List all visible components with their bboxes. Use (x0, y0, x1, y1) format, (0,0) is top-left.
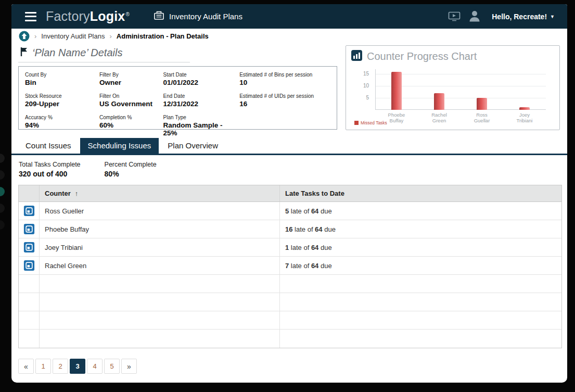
counter-icon-cell (19, 202, 40, 220)
counter-icon[interactable] (23, 242, 35, 253)
detail-field-label: Estimated # of UIDs per session (239, 93, 330, 99)
percent-complete-block: Percent Complete 80% (105, 161, 157, 178)
chart-y-axis: 51015 (351, 69, 372, 110)
empty-name-cell (40, 275, 280, 293)
late-count: 1 (285, 244, 289, 251)
empty-name-cell (40, 311, 280, 329)
counter-icon-cell (19, 220, 40, 238)
tab-bar: Count IssuesScheduling IssuesPlan Overvi… (11, 138, 567, 155)
chart-bar-slot (503, 69, 546, 110)
table-header-counter[interactable]: Counter ↑ (40, 185, 280, 201)
due-count: 64 (311, 262, 318, 270)
counter-name-cell: Ross Gueller (40, 202, 280, 220)
table-header-late-tasks[interactable]: Late Tasks to Date (280, 185, 561, 201)
y-axis-tick: 5 (351, 95, 369, 100)
pager-page-1[interactable]: 1 (35, 359, 51, 374)
late-count: 7 (285, 262, 289, 270)
detail-field-label: Stock Resource (25, 93, 95, 99)
percent-complete-value: 80% (105, 170, 157, 178)
chart-legend: Missed Tasks (354, 120, 387, 125)
background-dot (0, 204, 5, 213)
detail-field-estimated-of-bins-per-session: Estimated # of Bins per session10 (239, 72, 330, 86)
detail-field-end-date: End Date12/31/2022 (163, 93, 236, 108)
topbar-actions: Hello, Recreate! ▼ (448, 9, 558, 24)
late-tasks-column-label: Late Tasks to Date (285, 189, 344, 197)
counter-icon[interactable] (23, 205, 35, 217)
plan-details-panel: ‘Plan Name’ Details Count ByBinFilter By… (18, 45, 337, 130)
table-row-rachel-green: Rachel Green7 late of 64 due (19, 257, 561, 275)
pager-page-2[interactable]: 2 (53, 359, 68, 374)
pager-last-button[interactable]: » (121, 359, 137, 374)
detail-field-label: Filter By (99, 72, 159, 78)
table-row-empty (19, 311, 561, 330)
user-menu-button[interactable]: Hello, Recreate! ▼ (489, 12, 558, 21)
detail-field-count-by: Count ByBin (25, 72, 95, 86)
total-tasks-complete-value: 320 out of 400 (19, 170, 81, 178)
plan-details-heading: ‘Plan Name’ Details (18, 45, 190, 62)
detail-field-label: Plan Type (163, 115, 236, 120)
tab-plan-overview[interactable]: Plan Overview (160, 138, 226, 154)
late-count: 5 (285, 207, 289, 215)
total-tasks-complete-label: Total Tasks Complete (19, 161, 81, 168)
pager-page-5[interactable]: 5 (104, 359, 120, 374)
monitor-share-icon[interactable] (448, 11, 461, 21)
breadcrumb-item-inventory-audit-plans[interactable]: Inventory Audit Plans (41, 32, 105, 40)
detail-field-value: 16 (239, 100, 330, 108)
plan-details-title: ‘Plan Name’ Details (32, 47, 122, 59)
detail-field-value: Random Sample - 25% (163, 121, 236, 137)
tab-count-issues[interactable]: Count Issues (18, 138, 79, 154)
detail-field-value: Bin (25, 79, 95, 86)
page-title-group: Inventory Audit Plans (154, 10, 242, 22)
chart-bar-slot (418, 69, 461, 110)
counter-icon[interactable] (23, 260, 35, 271)
detail-field-filter-on: Filter OnUS Government (99, 93, 159, 108)
legend-swatch-missed-tasks (354, 121, 359, 125)
empty-name-cell (40, 293, 280, 311)
table-header-row: Counter ↑ Late Tasks to Date (19, 185, 561, 202)
table-row-ross-gueller: Ross Gueller5 late of 64 due (19, 202, 561, 220)
empty-icon-cell (19, 311, 40, 329)
detail-field-value: 01/01/2022 (163, 79, 236, 86)
background-dot (0, 170, 5, 180)
detail-field-value: 10 (239, 79, 330, 86)
pager-page-3[interactable]: 3 (70, 359, 85, 374)
detail-field-start-date: Start Date01/01/2022 (163, 72, 236, 86)
table-row-joey-tribiani: Joey Tribiani1 late of 64 due (19, 238, 561, 257)
counter-name-cell: Joey Tribiani (40, 238, 280, 256)
counter-icon-cell (19, 238, 40, 256)
chart-bar-slot (461, 69, 503, 110)
breadcrumb-separator: › (109, 32, 111, 40)
detail-field-label: Estimated # of Bins per session (239, 72, 330, 78)
counter-icon[interactable] (23, 223, 35, 235)
chart-bar-slot (375, 69, 418, 110)
empty-name-cell (40, 330, 280, 348)
table-header-icon-column (19, 185, 40, 201)
detail-field-filter-by: Filter ByOwner (99, 72, 159, 86)
counter-progress-chart: 51015 Phoebe BuffayRachel GreenRoss Guel… (351, 65, 554, 127)
empty-late-cell (280, 330, 561, 348)
overview-panels: ‘Plan Name’ Details Count ByBinFilter By… (11, 43, 567, 130)
tab-scheduling-issues[interactable]: Scheduling Issues (80, 138, 159, 154)
user-avatar-icon[interactable] (468, 9, 481, 24)
empty-icon-cell (19, 275, 40, 293)
pager-page-4[interactable]: 4 (87, 359, 103, 374)
detail-field-label: Completion % (99, 115, 159, 120)
table-row-empty (19, 293, 561, 311)
summary-row: Total Tasks Complete 320 out of 400 Perc… (11, 155, 567, 183)
counter-name-cell: Rachel Green (40, 257, 280, 274)
breadcrumb-current-page: Administration - Plan Details (117, 32, 209, 40)
detail-field-label: Count By (25, 72, 95, 78)
menu-icon[interactable] (24, 11, 37, 22)
detail-field-value: US Government (99, 100, 159, 108)
pager-first-button[interactable]: « (18, 359, 34, 374)
home-icon[interactable] (19, 31, 30, 42)
y-axis-tick: 15 (351, 71, 369, 77)
late-tasks-cell: 1 late of 64 due (280, 238, 561, 256)
background-dot (0, 220, 5, 230)
plan-details-box: Count ByBinFilter ByOwnerStart Date01/01… (18, 66, 337, 130)
detail-field-label: End Date (163, 93, 236, 99)
chart-x-axis-labels: Phoebe BuffayRachel GreenRoss GuellarJoe… (375, 112, 546, 124)
due-count: 64 (311, 207, 318, 215)
x-axis-label: Joey Tribiani (503, 112, 546, 124)
detail-field-value: 209-Upper (25, 100, 95, 108)
